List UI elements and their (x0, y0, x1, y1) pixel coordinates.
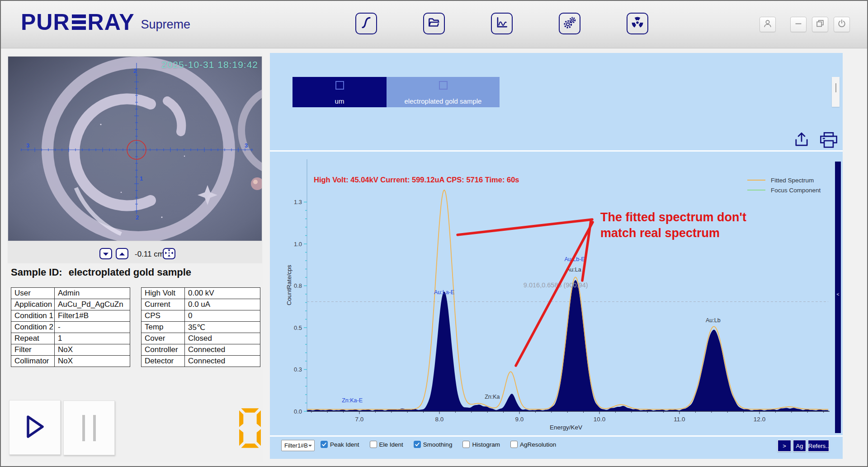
svg-text:3: 3 (245, 142, 248, 149)
table-cell-value: Admin (55, 288, 130, 299)
tab-checkbox-icon[interactable] (335, 81, 344, 90)
table-cell-label: Filter (11, 344, 55, 356)
logo-e-bars-icon (72, 14, 86, 30)
pause-icon (78, 415, 100, 441)
legend-item: Focus Component (747, 185, 821, 195)
checkbox-unchecked-icon[interactable] (370, 441, 377, 448)
chart-legend: Fitted SpectrumFocus Component (747, 175, 821, 195)
logo-text-suffix: RAY (88, 11, 135, 33)
svg-text:0.5: 0.5 (294, 324, 302, 331)
tab-electroplated-gold-sample[interactable]: electroplated gold sample (387, 77, 500, 107)
pause-measurement-button[interactable] (63, 400, 115, 455)
svg-text:3: 3 (26, 142, 29, 149)
minimize-button[interactable] (790, 17, 807, 32)
legend-label: Focus Component (771, 187, 821, 194)
curve-icon (359, 16, 373, 31)
panel-collapse-bar[interactable]: < (835, 162, 841, 433)
svg-text:2: 2 (136, 214, 139, 221)
chart-footer-controls: Filter1#B Peak IdentEle IdentSmoothingHi… (270, 437, 843, 459)
open-file-button[interactable] (423, 13, 445, 34)
collapse-arrow-icon: < (837, 292, 840, 297)
table-cell-label: Controller (142, 344, 185, 356)
checkbox-smoothing[interactable]: Smoothing (414, 441, 453, 448)
power-button[interactable] (834, 17, 850, 32)
stage-up-button[interactable] (116, 248, 128, 259)
tab-checkbox-icon[interactable] (439, 81, 448, 90)
sample-id-value: electroplated gold sample (69, 267, 191, 278)
checkbox-label: AgResolution (520, 441, 556, 448)
table-cell-value: 1 (55, 333, 130, 344)
svg-text:10.0: 10.0 (594, 416, 605, 423)
table-cell-value: Connected (185, 344, 260, 356)
checkbox-histogram[interactable]: Histogram (462, 441, 500, 448)
chart-option-checkboxes: Peak IdentEle IdentSmoothingHistogramAgR… (321, 441, 556, 448)
table-row: Condition 1Filter1#B (11, 310, 130, 322)
settings-button[interactable] (559, 13, 580, 34)
svg-text:11.0: 11.0 (674, 416, 685, 423)
checkbox-peak-ident[interactable]: Peak Ident (321, 441, 359, 448)
user-account-button[interactable] (760, 17, 776, 32)
restore-button[interactable] (812, 17, 828, 32)
tabstrip-scroll-handle[interactable] (832, 77, 840, 107)
xray-source-button[interactable] (627, 13, 648, 34)
table-cell-label: Collimator (11, 356, 55, 367)
spectrum-view-button[interactable] (491, 13, 513, 34)
center-move-icon (163, 248, 175, 260)
ag-element-button[interactable]: Ag (793, 440, 806, 452)
measurement-settings-table: UserAdminApplicationAuCu_Pd_AgCuZnCondit… (11, 287, 130, 367)
checkbox-unchecked-icon[interactable] (510, 441, 518, 448)
camera-timestamp: 2025-10-31 18:19:42 (161, 59, 258, 70)
chevron-down-icon (308, 445, 312, 448)
table-cell-label: Current (142, 299, 185, 310)
checkbox-checked-icon[interactable] (414, 441, 421, 448)
table-row: Repeat1 (11, 333, 130, 344)
svg-text:High Volt: 45.04kV Current: 5: High Volt: 45.04kV Current: 599.12uA CPS… (314, 176, 519, 184)
tab-um[interactable]: um (292, 77, 387, 107)
checkbox-ele-ident[interactable]: Ele Ident (370, 441, 403, 448)
refers-button[interactable]: Refers.. (808, 440, 829, 452)
stage-center-button[interactable] (163, 248, 175, 259)
table-row: CPS0 (142, 310, 260, 322)
export-button[interactable] (793, 131, 810, 151)
spectrum-chart[interactable]: 0.00.30.50.81.01.37.08.09.010.011.012.0E… (272, 152, 830, 435)
tab-label: um (335, 97, 344, 105)
table-cell-value: NoX (55, 356, 130, 367)
checkbox-agresolution[interactable]: AgResolution (510, 441, 556, 448)
checkbox-unchecked-icon[interactable] (462, 441, 470, 448)
play-icon (24, 415, 45, 440)
annotation-pointer-line (458, 219, 592, 235)
legend-line-swatch (747, 190, 765, 191)
restore-icon (815, 19, 825, 30)
stage-down-button[interactable] (99, 248, 112, 259)
sample-id-line: Sample ID:electroplated gold sample (11, 267, 191, 278)
power-icon (837, 19, 847, 30)
table-cell-label: Condition 1 (11, 310, 55, 322)
table-cell-label: Detector (142, 356, 185, 367)
table-cell-label: Temp (142, 322, 185, 333)
legend-label: Fitted Spectrum (771, 177, 814, 184)
checkbox-label: Histogram (472, 441, 500, 448)
condition-dropdown-value: Filter1#B (284, 442, 308, 449)
measured-spectrum-area (307, 280, 828, 411)
table-cell-value: 0.0 uA (185, 299, 260, 310)
peak-label: Zn:Ka (485, 394, 500, 400)
checkbox-checked-icon[interactable] (321, 441, 328, 448)
svg-text:2: 2 (133, 67, 137, 74)
table-row: Temp35℃ (142, 322, 260, 333)
measure-curve-button[interactable] (355, 13, 377, 34)
table-cell-value: - (55, 322, 130, 333)
svg-text:CountRate/cps: CountRate/cps (286, 265, 292, 305)
peak-label: Au:Lb (706, 317, 721, 324)
next-element-button[interactable]: > (778, 440, 791, 452)
svg-text:7.0: 7.0 (355, 416, 364, 423)
sample-camera-view[interactable]: 23312 2025-10-31 18:19:42 (8, 56, 262, 241)
svg-text:1.3: 1.3 (294, 199, 302, 205)
checkbox-label: Ele Ident (379, 441, 403, 448)
print-button[interactable] (819, 132, 839, 152)
elapsed-counter-display (239, 408, 261, 450)
table-row: FilterNoX (11, 344, 130, 356)
start-measurement-button[interactable] (9, 400, 61, 455)
table-cell-label: Cover (142, 333, 185, 344)
checkbox-label: Peak Ident (330, 441, 359, 448)
condition-dropdown[interactable]: Filter1#B (281, 440, 315, 451)
